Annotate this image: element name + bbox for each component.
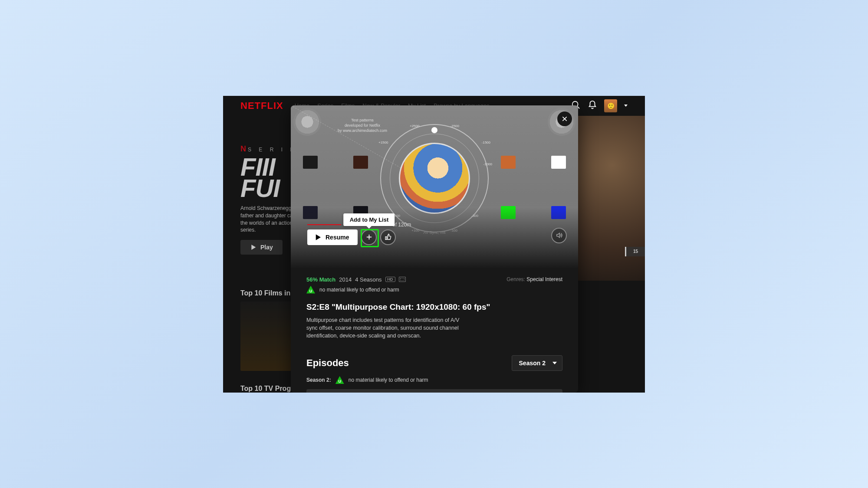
genres-value[interactable]: Special Interest: [526, 276, 562, 282]
color-swatch: [551, 206, 566, 219]
color-swatch: [501, 206, 516, 219]
tick: +1500: [378, 141, 388, 144]
notifications-icon[interactable]: [588, 100, 597, 111]
season-select[interactable]: Season 2: [512, 355, 562, 371]
film-tile[interactable]: [240, 301, 297, 371]
audio-description-icon: [399, 277, 406, 282]
mute-button[interactable]: [551, 228, 567, 243]
hd-badge: HD: [385, 277, 395, 282]
profile-caret-icon[interactable]: [624, 105, 628, 107]
season-rating-text: no material likely to offend or harm: [349, 377, 428, 383]
preview-area: Test patterns developed for Netflix by w…: [291, 105, 578, 269]
tick: -300: [471, 214, 478, 218]
rate-button[interactable]: [380, 229, 396, 245]
color-swatch: [551, 156, 566, 169]
chevron-down-icon: [552, 362, 557, 364]
profile-avatar[interactable]: 🙂: [604, 99, 617, 112]
tick: -1500: [482, 141, 490, 144]
preview-controls: Resume Add to My List: [307, 229, 396, 245]
maturity-text: no material likely to offend or harm: [319, 287, 399, 293]
tick: -1000: [483, 162, 492, 166]
genres-label: Genres:: [506, 276, 526, 282]
progress-remaining: of 120m: [392, 222, 411, 228]
season-rating-label: Season 2:: [306, 377, 331, 383]
u-rating-badge: U: [335, 376, 344, 384]
play-label: Play: [260, 244, 273, 251]
color-swatch: [353, 156, 368, 169]
seasons-count: 4 Seasons: [355, 276, 381, 283]
color-swatch: [303, 206, 318, 219]
season-selected-label: Season 2: [519, 360, 546, 367]
resume-button[interactable]: Resume: [307, 229, 358, 245]
details-section: 56% Match 2014 4 Seasons HD U no materia…: [291, 269, 578, 393]
maturity-row: U no material likely to offend or harm: [306, 286, 562, 294]
color-swatch: [501, 156, 516, 169]
close-button[interactable]: [557, 111, 572, 126]
season-rating-row: Season 2: U no material likely to offend…: [306, 376, 562, 384]
age-rating-chip: 15: [625, 247, 645, 256]
resume-label: Resume: [326, 234, 349, 241]
tick: +2500: [410, 124, 419, 128]
netflix-logo[interactable]: NETFLIX: [240, 100, 283, 111]
tick: -2500: [450, 124, 459, 128]
episode-title: S2:E8 "Multipurpose Chart: 1920x1080: 60…: [306, 302, 562, 312]
avsync-label: AV Sync, ms: [424, 230, 446, 235]
year: 2014: [339, 276, 352, 283]
episode-list[interactable]: [306, 389, 562, 393]
episodes-heading: Episodes: [306, 357, 349, 369]
dial-center-image: [399, 143, 470, 214]
genres-line: Genres: Special Interest: [506, 276, 562, 282]
background-play-button[interactable]: Play: [240, 240, 283, 255]
tick: +100: [411, 229, 419, 233]
add-tooltip: Add to My List: [344, 213, 395, 226]
test-pattern-circle: [293, 108, 321, 136]
episodes-header: Episodes Season 2: [306, 355, 562, 371]
test-pattern-credit: Test patterns developed for Netflix by w…: [338, 118, 387, 133]
color-swatch: [303, 156, 318, 169]
episode-description: Multipurpose chart includes test pattern…: [306, 316, 471, 340]
u-rating-badge: U: [306, 286, 315, 294]
match-score: 56% Match: [306, 276, 335, 283]
title-detail-modal: Test patterns developed for Netflix by w…: [291, 105, 578, 393]
sync-dial: +2500 -2500 -1500 -1000 +1500 +400 +100 …: [380, 124, 489, 233]
tick: -100: [450, 229, 457, 233]
add-to-list-button[interactable]: [361, 229, 377, 245]
